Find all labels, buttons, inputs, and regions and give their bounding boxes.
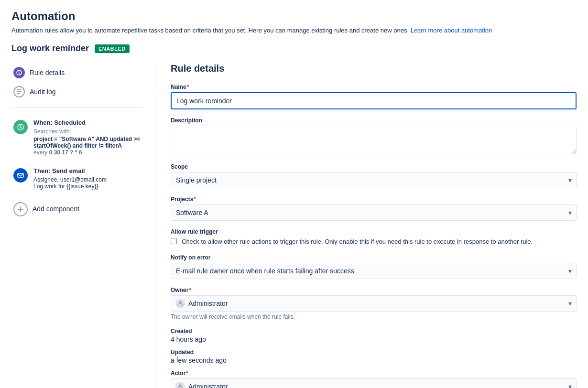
svg-rect-2 [17,89,22,90]
allow-rule-trigger-checkbox[interactable] [171,238,177,244]
name-input[interactable] [171,92,577,109]
steps-container: When: Scheduled Searches with: project =… [11,113,143,222]
learn-more-link[interactable]: Learn more about automation [411,27,492,34]
nav-item-audit-log[interactable]: Audit log [11,82,143,101]
rule-header: Log work reminder ENABLED [11,43,577,54]
then-step-content: Then: Send email Assignee, user1@email.c… [33,167,142,190]
when-step-title: When: Scheduled [33,119,142,126]
owner-select[interactable]: Administrator [171,295,577,312]
audit-log-label: Audit log [30,88,55,96]
svg-rect-6 [18,173,23,177]
scheduled-icon [13,120,28,134]
rule-details-icon: i [13,67,25,78]
projects-field-group: Projects* Software A ▾ [171,196,577,221]
scope-select[interactable]: Single project Multiple projects Global [171,172,577,188]
allow-rule-trigger-row: Check to allow other rule actions to tri… [171,237,577,247]
main-layout: i Rule details Audit log [11,63,577,388]
description-field-group: Description [171,117,577,156]
add-component-label: Add component [33,205,79,213]
scope-label: Scope [171,163,577,170]
projects-select-wrapper: Software A ▾ [171,205,577,221]
name-field-group: Name* [171,84,577,109]
owner-select-wrapper: Administrator ▾ [171,295,577,312]
notify-on-error-select-wrapper: E-mail rule owner once when rule starts … [171,263,577,279]
updated-label: Updated [171,349,577,356]
enabled-badge: ENABLED [95,44,130,53]
owner-helper-text: The owner will receive emails when the r… [171,313,577,320]
updated-group: Updated a few seconds ago [171,349,577,364]
scope-select-wrapper: Single project Multiple projects Global … [171,172,577,188]
created-group: Created 4 hours ago [171,328,577,343]
owner-field-group: Owner* Administrator ▾ The owner will re… [171,287,577,320]
page-title: Automation [11,10,577,23]
description-label: Description [171,117,577,124]
notify-on-error-select[interactable]: E-mail rule owner once when rule starts … [171,263,577,279]
allow-rule-trigger-text: Check to allow other rule actions to tri… [182,237,533,247]
when-step-detail: project = "Software A" AND updated >= st… [33,136,142,149]
then-step-title: Then: Send email [33,167,142,174]
email-icon [13,168,28,183]
actor-select[interactable]: Administrator [171,378,577,388]
step-when-scheduled[interactable]: When: Scheduled Searches with: project =… [11,113,143,162]
page-description: Automation rules allow you to automate r… [11,27,577,34]
audit-log-icon [13,86,25,97]
created-value: 4 hours ago [171,335,577,343]
then-step-assignee: Assignee, user1@email.com [33,176,142,183]
then-step-issue: Log work for {{issue.key}} [33,183,142,190]
when-step-subtitle: Searches with: [33,128,142,135]
svg-text:i: i [19,71,20,75]
notify-on-error-group: Notify on error E-mail rule owner once w… [171,254,577,279]
updated-value: a few seconds ago [171,356,577,364]
description-textarea[interactable] [171,126,577,154]
name-label: Name* [171,84,577,90]
panel-title: Rule details [171,63,577,74]
scope-field-group: Scope Single project Multiple projects G… [171,163,577,188]
nav-item-rule-details[interactable]: i Rule details [11,63,143,82]
add-component-button[interactable]: Add component [11,195,143,222]
actor-field-group: Actor* Administrator ▾ Actions defined i… [171,370,577,388]
created-label: Created [171,328,577,334]
actor-label: Actor* [171,370,577,377]
notify-on-error-label: Notify on error [171,254,577,261]
nav-divider [11,107,143,108]
right-panel: Rule details Name* Description Scope Sin… [155,63,577,388]
allow-rule-trigger-group: Allow rule trigger Check to allow other … [171,228,577,247]
rule-name-title: Log work reminder [11,43,89,54]
allow-rule-trigger-label: Allow rule trigger [171,228,577,235]
owner-label: Owner* [171,287,577,293]
left-panel: i Rule details Audit log [11,63,155,388]
when-step-meta: every 0 30 17 ? * 6 [33,149,142,156]
projects-select[interactable]: Software A [171,205,577,221]
rule-details-label: Rule details [30,69,65,76]
projects-label: Projects* [171,196,577,203]
svg-rect-3 [17,91,22,92]
when-step-content: When: Scheduled Searches with: project =… [33,119,142,156]
actor-select-wrapper: Administrator ▾ [171,378,577,388]
step-then-email[interactable]: Then: Send email Assignee, user1@email.c… [11,162,143,195]
add-icon [13,202,28,216]
svg-rect-4 [17,93,20,94]
